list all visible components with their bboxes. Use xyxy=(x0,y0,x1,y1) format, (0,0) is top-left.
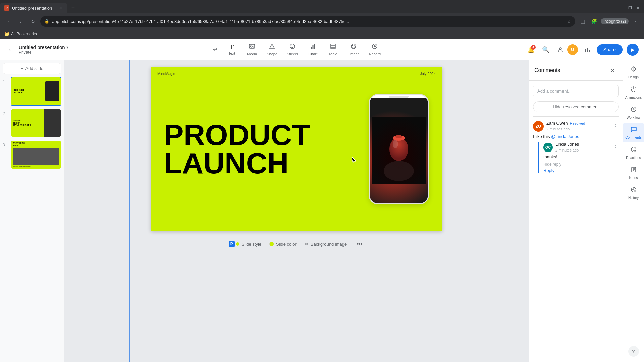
sidebar-item-reactions[interactable]: Reactions xyxy=(623,143,644,162)
slide-thumbnail-1[interactable]: PRODUCTLAUNCH xyxy=(11,77,61,106)
hide-resolved-button[interactable]: Hide resolved comment xyxy=(533,101,619,112)
slide-color-button[interactable]: Slide color xyxy=(269,242,297,247)
design-label: Design xyxy=(628,75,639,79)
new-tab-button[interactable]: + xyxy=(68,3,78,13)
sidebar-item-workflow[interactable]: Workflow xyxy=(623,103,644,122)
menu-icon[interactable]: ⋮ xyxy=(631,17,640,26)
app-header: ‹ Untitled presentation ▾ Private ↩ T Te… xyxy=(0,39,644,60)
comment-thread-1: ZO Zam Owen Resolved 2 minutes ago ⋮ I l… xyxy=(529,117,623,177)
slide-thumbnail-3[interactable]: 1 WHAT IS ITSMAGIC? Lorem ipsum dolor si… xyxy=(11,140,61,169)
commenter-avatar-zo: ZO xyxy=(533,121,544,132)
table-tool[interactable]: Table xyxy=(324,41,342,58)
media-tool-icon xyxy=(249,43,255,51)
comment-author-row: ZO Zam Owen Resolved 2 minutes ago ⋮ xyxy=(533,121,619,132)
reply-author-name-row: Linda Jones xyxy=(555,142,579,147)
mouse-cursor-indicator xyxy=(350,156,357,165)
canvas-area: MindMagic July 2024 PRODUCT LAUNCH xyxy=(64,60,529,362)
comment-author-name-row: Zam Owen Resolved xyxy=(546,121,610,126)
back-nav-button[interactable]: ‹ xyxy=(4,17,13,26)
comment-author-info: Zam Owen Resolved 2 minutes ago xyxy=(546,121,610,132)
background-image-button[interactable]: ✏ Background image xyxy=(305,241,347,247)
slide-heading-line2: LAUNCH xyxy=(164,149,310,177)
reactions-label: Reactions xyxy=(626,156,641,160)
slide-thumb-row-2: 2 1 PRODUCTDESIGNSTYLE AND INSPO — xyxy=(3,109,61,138)
user-avatar-button[interactable]: U xyxy=(567,44,578,55)
style-indicator: P xyxy=(229,241,239,247)
reload-button[interactable]: ↻ xyxy=(28,17,38,26)
sidebar-item-design[interactable]: Design xyxy=(623,63,644,82)
sticker-tool[interactable]: Sticker xyxy=(283,41,302,58)
phone-notch xyxy=(389,96,409,98)
svg-point-20 xyxy=(384,161,414,181)
shape-tool-label: Shape xyxy=(267,52,277,56)
search-button[interactable]: 🔍 xyxy=(540,44,551,55)
reply-text: thanks! xyxy=(543,154,619,159)
slide-number-3: 3 xyxy=(3,143,8,147)
reactions-icon xyxy=(630,146,637,155)
shape-tool[interactable]: Shape xyxy=(263,41,281,58)
reply-thread: OC Linda Jones 2 minutes ago ⋮ thanks! H… xyxy=(538,142,619,173)
comments-panel: Comments ✕ Add a comment... Hide resolve… xyxy=(529,60,623,362)
svg-point-2 xyxy=(290,44,295,49)
slide-canvas[interactable]: MindMagic July 2024 PRODUCT LAUNCH xyxy=(151,67,442,231)
svg-point-1 xyxy=(251,45,252,46)
slide-thumb-row-3: 3 1 WHAT IS ITSMAGIC? Lorem ipsum dolor … xyxy=(3,140,61,169)
table-tool-label: Table xyxy=(329,52,337,56)
restore-button[interactable]: ❐ xyxy=(627,5,633,11)
hide-reply-button[interactable]: Hide reply xyxy=(543,162,619,167)
forward-nav-button[interactable]: › xyxy=(16,17,25,26)
reply-button[interactable]: Reply xyxy=(543,168,619,173)
svg-point-4 xyxy=(293,46,293,46)
embed-tool[interactable]: Embed xyxy=(344,41,363,58)
bookmarks-label[interactable]: All Bookmarks xyxy=(11,32,37,36)
record-tool[interactable]: Record xyxy=(366,41,384,58)
toolbar-center: ↩ T Text Media Shape xyxy=(72,41,522,58)
slide-2-remove-button[interactable]: — xyxy=(55,110,60,115)
cast-icon[interactable]: ⬚ xyxy=(578,17,587,26)
add-slide-button[interactable]: + Add slide xyxy=(3,63,61,74)
tab-close-button[interactable]: ✕ xyxy=(58,5,63,11)
media-tool[interactable]: Media xyxy=(243,41,261,58)
minimize-button[interactable]: — xyxy=(619,5,625,11)
extensions-icon[interactable]: 🧩 xyxy=(589,17,599,26)
present-button[interactable]: ▶ xyxy=(627,44,639,56)
slide-style-button[interactable]: P Slide style xyxy=(229,241,261,247)
title-dropdown-icon[interactable]: ▾ xyxy=(66,45,68,50)
close-comments-button[interactable]: ✕ xyxy=(608,66,617,75)
reply-menu-button[interactable]: ⋮ xyxy=(613,144,619,150)
help-button[interactable]: ? xyxy=(628,346,639,357)
bookmark-star-icon[interactable]: ☆ xyxy=(567,19,571,24)
text-tool[interactable]: T Text xyxy=(223,42,240,57)
active-tab[interactable]: P Untitled presentation ✕ xyxy=(0,3,67,13)
comment-menu-button[interactable]: ⋮ xyxy=(613,123,619,129)
address-bar[interactable]: 🔒 app.pitch.com/app/presentation/4b74b27… xyxy=(40,16,575,27)
browser-extras: ⬚ 🧩 Incognito (2) ⋮ xyxy=(578,17,640,26)
media-tool-label: Media xyxy=(247,52,257,56)
profile-chip[interactable]: Incognito (2) xyxy=(601,18,629,24)
slide-number-2: 2 xyxy=(3,111,8,116)
animations-icon xyxy=(630,86,637,94)
more-options-button[interactable]: ••• xyxy=(355,239,364,249)
undo-button[interactable]: ↩ xyxy=(210,44,220,55)
slide-heading-line1: PRODUCT xyxy=(164,121,310,149)
record-tool-icon xyxy=(371,43,378,51)
share-button[interactable]: Share xyxy=(597,44,623,55)
sidebar-item-history[interactable]: History xyxy=(623,184,644,202)
back-to-dashboard-button[interactable]: ‹ xyxy=(5,45,15,54)
sidebar-item-animations[interactable]: Animations xyxy=(623,83,644,102)
chart-tool[interactable]: Chart xyxy=(304,41,322,58)
text-tool-label: Text xyxy=(228,51,235,55)
history-icon xyxy=(630,186,637,195)
notification-badge: 4 xyxy=(531,45,536,50)
add-comment-input[interactable]: Add a comment... xyxy=(533,85,619,97)
add-user-button[interactable] xyxy=(555,44,566,55)
sidebar-item-notes[interactable]: Notes xyxy=(623,164,644,182)
reply-author-name: Linda Jones xyxy=(555,142,579,147)
sidebar-item-comments[interactable]: Comments xyxy=(623,123,644,142)
close-window-button[interactable]: ✕ xyxy=(635,5,641,11)
notifications-button[interactable]: 🔔 4 xyxy=(526,44,536,55)
svg-point-12 xyxy=(351,44,356,49)
slide-2-preview: PRODUCTDESIGNSTYLE AND INSPO xyxy=(11,109,61,137)
slide-thumbnail-2[interactable]: 1 PRODUCTDESIGNSTYLE AND INSPO — xyxy=(11,109,61,138)
analytics-button[interactable] xyxy=(582,44,593,55)
